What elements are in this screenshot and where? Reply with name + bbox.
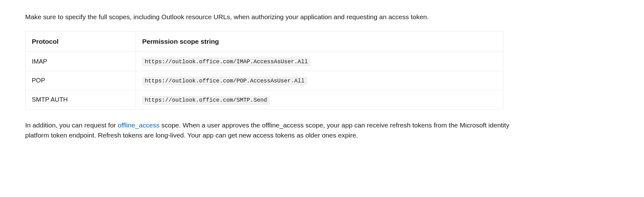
doc-page: Make sure to specify the full scopes, in…	[0, 0, 541, 162]
table-row: POP https://outlook.office.com/POP.Acces…	[25, 71, 503, 90]
scope-code: https://outlook.office.com/SMTP.Send	[142, 96, 270, 104]
table-row: IMAP https://outlook.office.com/IMAP.Acc…	[25, 52, 503, 71]
scope-code: https://outlook.office.com/IMAP.AccessAs…	[142, 58, 310, 66]
table-header-row: Protocol Permission scope string	[25, 31, 503, 52]
scope-code: https://outlook.office.com/POP.AccessAsU…	[142, 77, 307, 85]
cell-protocol: IMAP	[25, 52, 136, 71]
cell-protocol: POP	[25, 71, 136, 90]
offline-access-link[interactable]: offline_access	[118, 121, 160, 129]
col-header-scope: Permission scope string	[136, 31, 503, 52]
cell-protocol: SMTP AUTH	[25, 90, 136, 109]
cell-scope: https://outlook.office.com/SMTP.Send	[136, 90, 503, 109]
scopes-table: Protocol Permission scope string IMAP ht…	[25, 31, 503, 110]
intro-paragraph: Make sure to specify the full scopes, in…	[25, 12, 516, 22]
cell-scope: https://outlook.office.com/POP.AccessAsU…	[136, 71, 503, 90]
table-row: SMTP AUTH https://outlook.office.com/SMT…	[25, 90, 503, 109]
outro-paragraph: In addition, you can request for offline…	[25, 120, 516, 141]
outro-text-pre: In addition, you can request for	[25, 121, 118, 129]
cell-scope: https://outlook.office.com/IMAP.AccessAs…	[136, 52, 503, 71]
col-header-protocol: Protocol	[25, 31, 136, 52]
